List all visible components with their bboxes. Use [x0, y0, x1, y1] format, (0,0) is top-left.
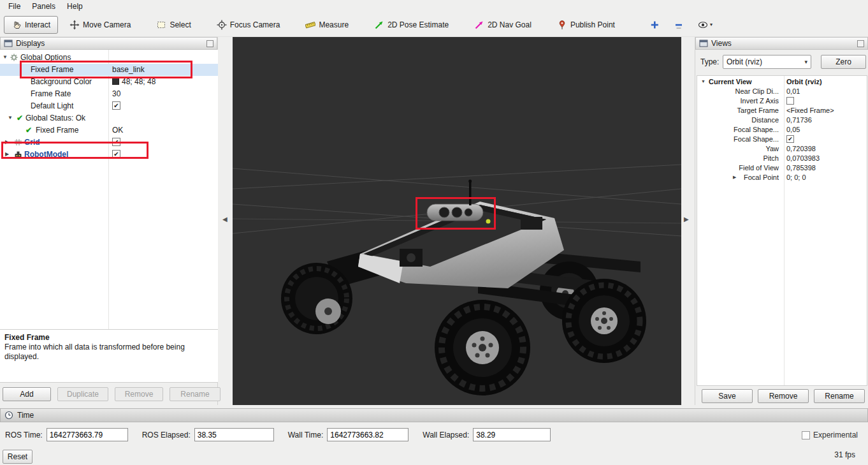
- rename-view-button[interactable]: Rename: [814, 389, 865, 403]
- save-view-button[interactable]: Save: [702, 389, 753, 403]
- tree-row-label: Current View: [709, 78, 752, 85]
- duplicate-display-button[interactable]: Duplicate: [57, 387, 108, 401]
- tree-row-label: Focal Shape...: [697, 135, 779, 143]
- tree-row-target-frame[interactable]: Target Frame <Fixed Frame>: [697, 106, 867, 115]
- tool-properties-button[interactable]: ▾: [694, 17, 716, 33]
- invert-z-checkbox[interactable]: [786, 97, 794, 105]
- focal-point-value[interactable]: 0; 0; 0: [786, 173, 806, 181]
- menu-panels[interactable]: Panels: [26, 1, 61, 12]
- move-camera-tool-button[interactable]: Move Camera: [64, 17, 136, 33]
- menu-help[interactable]: Help: [61, 1, 89, 12]
- focus-camera-tool-label: Focus Camera: [230, 20, 280, 29]
- field-of-view-value[interactable]: 0,785398: [786, 164, 816, 172]
- distance-value[interactable]: 0,71736: [786, 116, 812, 124]
- pitch-value[interactable]: 0,0703983: [786, 154, 820, 162]
- remove-view-button[interactable]: Remove: [758, 389, 809, 403]
- near-clip-value[interactable]: 0,01: [786, 87, 800, 95]
- right-splitter-arrow[interactable]: ▶: [684, 216, 689, 223]
- tree-row-global-status[interactable]: ▼ ✔ Global Status: Ok: [0, 112, 218, 124]
- tree-row-background-color[interactable]: Background Color 48; 48; 48: [0, 76, 218, 88]
- yaw-value[interactable]: 0,720398: [786, 145, 816, 152]
- nav-goal-arrow-icon: [474, 20, 484, 30]
- experimental-checkbox[interactable]: [802, 431, 810, 439]
- wall-time-input[interactable]: [327, 428, 409, 441]
- publish-point-tool-button[interactable]: Publish Point: [552, 17, 620, 33]
- default-light-checkbox[interactable]: ✔: [112, 101, 120, 110]
- wall-time-label: Wall Time:: [288, 431, 324, 439]
- rviz-window: File Panels Help Interact Move Camera Se…: [0, 0, 868, 465]
- 3d-viewport[interactable]: [233, 37, 681, 405]
- select-box-icon: [156, 20, 166, 30]
- tree-row-label: Frame Rate: [31, 89, 71, 98]
- property-help-box: Fixed Frame Frame into which all data is…: [0, 330, 218, 383]
- views-panel-header[interactable]: Views: [695, 37, 868, 50]
- time-panel-header[interactable]: Time: [0, 408, 868, 422]
- ros-elapsed-label: ROS Elapsed:: [142, 431, 191, 439]
- tree-row-pitch[interactable]: Pitch 0,0703983: [697, 154, 867, 163]
- tree-row-current-view[interactable]: ▼ Current View Orbit (rviz): [697, 77, 867, 87]
- pose-estimate-tool-button[interactable]: 2D Pose Estimate: [369, 17, 454, 33]
- views-panel: Views Type: Orbit (rviz) ▾ Zero ▼ Curren…: [695, 37, 868, 405]
- menu-file[interactable]: File: [3, 1, 26, 12]
- rename-display-button[interactable]: Rename: [170, 387, 221, 401]
- tree-row-label: Global Options: [20, 53, 71, 62]
- chevron-down-icon: ▾: [804, 59, 807, 65]
- focus-camera-tool-button[interactable]: Focus Camera: [212, 17, 286, 33]
- publish-point-marker-icon: [557, 20, 567, 30]
- measure-tool-button[interactable]: Measure: [300, 17, 354, 33]
- add-tool-button[interactable]: [646, 17, 663, 33]
- tree-row-label: Focal Shape...: [697, 126, 779, 133]
- color-swatch: [112, 78, 119, 85]
- tree-row-invert-z[interactable]: Invert Z Axis: [697, 96, 867, 106]
- view-type-select[interactable]: Orbit (rviz) ▾: [723, 55, 811, 69]
- left-splitter-arrow[interactable]: ◀: [222, 216, 228, 223]
- nav-goal-tool-button[interactable]: 2D Nav Goal: [469, 17, 537, 33]
- focal-shape-fixed-checkbox[interactable]: ✔: [786, 135, 794, 143]
- views-float-button[interactable]: [857, 40, 864, 47]
- tree-row-global-options[interactable]: ▼ Global Options: [0, 52, 218, 64]
- tree-row-fixed-frame-status[interactable]: ✔ Fixed Frame OK: [0, 124, 218, 137]
- tree-row-yaw[interactable]: Yaw 0,720398: [697, 144, 867, 154]
- grid-enabled-checkbox[interactable]: ✔: [112, 138, 120, 146]
- zero-view-button[interactable]: Zero: [821, 55, 866, 69]
- remove-tool-button[interactable]: [670, 17, 688, 33]
- robotmodel-enabled-checkbox[interactable]: ✔: [112, 150, 120, 158]
- tree-row-grid[interactable]: ▶ Grid ✔: [0, 137, 218, 149]
- ros-elapsed-input[interactable]: [194, 428, 274, 441]
- tree-row-distance[interactable]: Distance 0,71736: [697, 115, 867, 125]
- displays-float-button[interactable]: [206, 40, 213, 47]
- gear-icon: [10, 54, 18, 61]
- pose-estimate-tool-label: 2D Pose Estimate: [387, 20, 449, 29]
- toolbar: Interact Move Camera Select Focus Camera…: [0, 13, 868, 37]
- tree-row-label: RobotModel: [24, 150, 68, 159]
- wall-elapsed-input[interactable]: [473, 428, 551, 441]
- tree-row-fixed-frame[interactable]: Fixed Frame base_link: [0, 64, 218, 76]
- focal-shape-size-value[interactable]: 0,05: [786, 126, 800, 133]
- current-view-value: Orbit (rviz): [786, 78, 822, 85]
- fixed-frame-value[interactable]: base_link: [112, 65, 145, 74]
- view-type-row: Type: Orbit (rviz) ▾ Zero: [695, 55, 868, 70]
- tree-row-focal-point[interactable]: ▶ Focal Point 0; 0; 0: [697, 173, 867, 182]
- tree-row-near-clip[interactable]: Near Clip Di... 0,01: [697, 87, 867, 96]
- tree-row-focal-shape-size[interactable]: Focal Shape... 0,05: [697, 125, 867, 135]
- experimental-toggle[interactable]: Experimental: [802, 431, 858, 439]
- background-color-value[interactable]: 48; 48; 48: [112, 77, 156, 86]
- ros-time-input[interactable]: [47, 428, 128, 441]
- add-display-button[interactable]: Add: [3, 387, 51, 401]
- select-tool-button[interactable]: Select: [151, 17, 196, 33]
- tree-row-label: Pitch: [697, 154, 779, 162]
- tree-row-focal-shape-fixed[interactable]: Focal Shape... ✔: [697, 135, 867, 144]
- tree-row-field-of-view[interactable]: Field of View 0,785398: [697, 163, 867, 173]
- remove-display-button[interactable]: Remove: [115, 387, 163, 401]
- tree-row-label: Target Frame: [697, 107, 779, 114]
- displays-window-icon: [4, 39, 13, 48]
- frame-rate-value[interactable]: 30: [112, 89, 120, 98]
- reset-button[interactable]: Reset: [3, 450, 33, 464]
- tree-row-default-light[interactable]: Default Light ✔: [0, 100, 218, 112]
- displays-panel-header[interactable]: Displays: [0, 37, 217, 50]
- tree-row-robotmodel[interactable]: ▶ RobotModel ✔: [0, 149, 218, 161]
- tree-row-label: Focal Point: [697, 173, 779, 181]
- interact-tool-button[interactable]: Interact: [4, 16, 58, 34]
- target-frame-value[interactable]: <Fixed Frame>: [786, 107, 834, 114]
- tree-row-frame-rate[interactable]: Frame Rate 30: [0, 88, 218, 100]
